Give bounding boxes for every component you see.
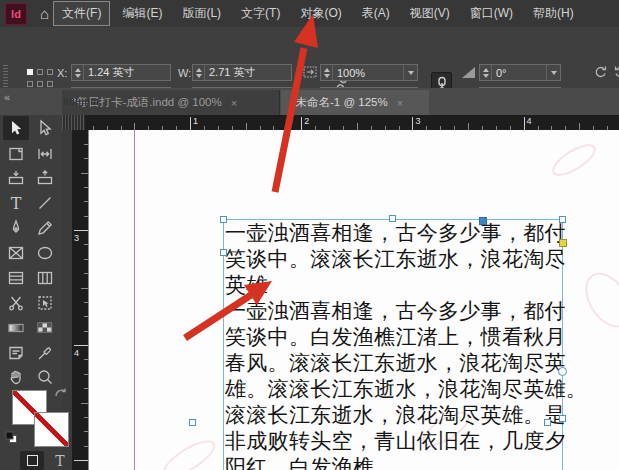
line-tool[interactable] — [32, 191, 58, 215]
text-line[interactable]: 滚滚长江东逝水，浪花淘尽英雄。是 — [225, 402, 566, 428]
proxy-cell[interactable] — [27, 69, 33, 75]
swap-fill-stroke-icon[interactable] — [53, 386, 69, 406]
corner-options-handle[interactable] — [559, 239, 567, 247]
rotate-ccw-icon[interactable] — [592, 63, 609, 84]
hand-tool[interactable] — [3, 365, 29, 389]
proxy-cell[interactable] — [37, 69, 43, 75]
text-out-port[interactable] — [558, 367, 567, 376]
vertical-grid-tool[interactable] — [32, 266, 58, 290]
rotate-cw-icon[interactable] — [612, 63, 619, 84]
formatting-affects-container-button[interactable] — [20, 451, 44, 470]
frame2-handle-middle-left[interactable] — [189, 419, 196, 426]
eyedropper-tool[interactable] — [32, 341, 58, 365]
text-line[interactable]: 阳红。白发渔樵 — [225, 454, 374, 470]
close-tab-icon[interactable]: × — [231, 97, 237, 109]
width-field[interactable]: 2.71 英寸 — [192, 64, 292, 81]
collapse-panel-icon[interactable]: « — [4, 91, 10, 103]
scale-x-stepper[interactable] — [321, 65, 333, 80]
default-fill-stroke-icon[interactable] — [5, 430, 18, 448]
content-placer-tool[interactable] — [32, 166, 58, 190]
gradient-swatch-tool[interactable] — [3, 316, 29, 340]
x-stepper[interactable] — [72, 65, 84, 80]
free-transform-tool[interactable] — [32, 291, 58, 315]
scale-x-field[interactable]: 100% — [320, 64, 418, 81]
text-line[interactable]: 一壶浊酒喜相逢，古今多少事，都付 — [225, 220, 566, 246]
rectangle-frame-tool[interactable] — [3, 241, 29, 265]
ruler-tick — [301, 117, 302, 130]
frame-handle-top-middle[interactable] — [389, 215, 396, 222]
ruler-tick — [74, 345, 88, 346]
text-line[interactable]: 笑谈中。白发渔樵江渚上，惯看秋月 — [225, 324, 566, 350]
type-tool[interactable]: T — [3, 191, 29, 215]
close-tab-icon[interactable]: × — [397, 97, 403, 109]
menu-bar: Id ⌂ 文件(F) 编辑(E) 版面(L) 文字(T) 对象(O) 表(A) … — [0, 0, 619, 28]
horizontal-grid-tool[interactable] — [3, 266, 29, 290]
x-position-field[interactable]: 1.24 英寸 — [71, 64, 171, 81]
w-stepper[interactable] — [193, 65, 205, 80]
text-line[interactable]: 雄。滚滚长江东逝水，浪花淘尽英雄。 — [225, 376, 587, 402]
text-frame-border-left[interactable] — [223, 219, 224, 470]
rotation-stepper[interactable] — [480, 65, 492, 80]
window-grip — [64, 99, 100, 105]
document-tab-active[interactable]: *未命名-1 @ 125% × — [281, 90, 429, 115]
menu-item-layout[interactable]: 版面(L) — [174, 2, 229, 25]
ruler-tick — [412, 117, 413, 130]
frame-handle-middle-right[interactable] — [559, 415, 566, 422]
direct-selection-tool[interactable] — [32, 116, 58, 140]
scissors-tool[interactable] — [3, 291, 29, 315]
home-icon[interactable]: ⌂ — [40, 6, 49, 21]
ruler-tick — [190, 117, 191, 130]
frame2-handle-middle-right[interactable] — [544, 419, 551, 426]
ruler-number: 4 — [527, 116, 532, 126]
ruler-tick — [579, 123, 580, 130]
text-line[interactable]: 春风。滚滚长江东逝水，浪花淘尽英 — [225, 350, 566, 376]
text-line[interactable]: 笑谈中。滚滚长江东逝水，浪花淘尽 — [225, 246, 566, 272]
ruler-tick — [246, 123, 247, 130]
proxy-cell[interactable] — [47, 69, 53, 75]
scale-x-dropdown[interactable] — [403, 65, 417, 80]
watermark-mark — [576, 264, 619, 335]
frame-handle-middle-left[interactable] — [220, 249, 227, 256]
ruler-number: 3 — [415, 116, 420, 126]
note-tool[interactable] — [3, 341, 29, 365]
pen-tool[interactable] — [3, 216, 29, 240]
proxy-cell[interactable] — [47, 81, 53, 87]
scale-x-icon — [303, 65, 318, 83]
frame-handle-top-left[interactable] — [220, 216, 227, 223]
menu-item-file[interactable]: 文件(F) — [53, 1, 110, 26]
document-page[interactable]: 一壶浊酒喜相逢，古今多少事，都付 笑谈中。滚滚长江东逝水，浪花淘尽 英雄 一壶浊… — [88, 130, 619, 470]
menu-item-edit[interactable]: 编辑(E) — [114, 2, 170, 25]
ruler-number: 3 — [74, 233, 79, 243]
ruler-tick — [134, 123, 135, 130]
stroke-swatch-none[interactable] — [34, 412, 69, 447]
selection-tool[interactable] — [3, 116, 29, 140]
frame-handle-top-right[interactable] — [559, 216, 566, 223]
ellipse-frame-tool[interactable] — [32, 241, 58, 265]
proxy-cell[interactable] — [27, 81, 33, 87]
page-tool[interactable] — [3, 142, 29, 166]
ruler-origin-box[interactable] — [62, 115, 86, 130]
frame-handle-selected[interactable] — [479, 217, 487, 225]
text-line[interactable]: 一壶浊酒喜相逢，古今多少事，都付 — [225, 298, 566, 324]
tools-panel: T — [0, 115, 62, 470]
ruler-tick — [81, 288, 88, 289]
gradient-feather-tool[interactable] — [32, 316, 58, 340]
menu-item-window[interactable]: 窗口(W) — [462, 2, 521, 25]
menu-item-view[interactable]: 视图(V) — [402, 2, 458, 25]
text-line[interactable]: 英雄 — [225, 272, 268, 298]
menu-item-table[interactable]: 表(A) — [354, 2, 398, 25]
pencil-tool[interactable] — [32, 216, 58, 240]
menu-item-type[interactable]: 文字(T) — [233, 2, 288, 25]
formatting-affects-text-button[interactable]: T — [48, 451, 72, 470]
ruler-tick — [74, 460, 88, 461]
ruler-tick — [524, 117, 525, 130]
ruler-tick — [74, 230, 88, 231]
rotation-dropdown[interactable] — [546, 65, 560, 80]
rotation-angle-field[interactable]: 0° — [479, 64, 561, 81]
gap-tool[interactable] — [32, 142, 58, 166]
menu-item-object[interactable]: 对象(O) — [292, 2, 349, 25]
text-line[interactable]: 非成败转头空，青山依旧在，几度夕 — [225, 428, 566, 454]
content-collector-tool[interactable] — [3, 166, 29, 190]
proxy-cell[interactable] — [37, 81, 43, 87]
menu-item-help[interactable]: 帮助(H) — [525, 2, 582, 25]
